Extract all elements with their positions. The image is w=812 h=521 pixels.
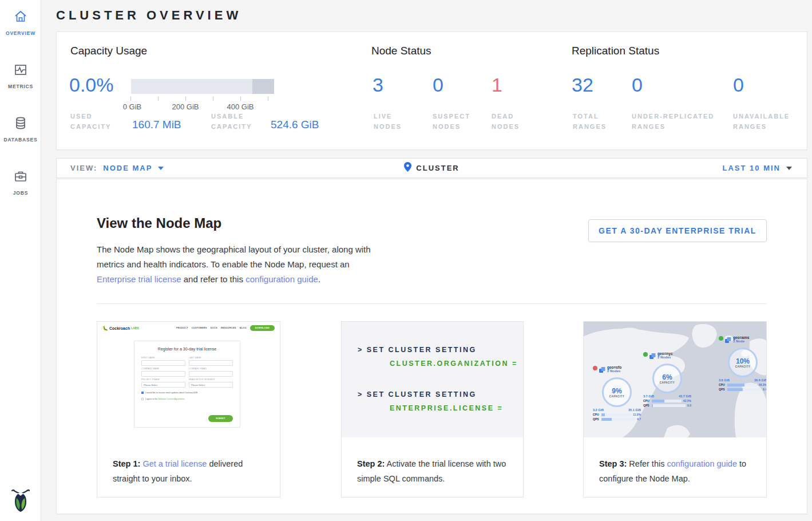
locality-geo-ams: geo=ams 1 Node 10% CAPACITY 3.6 GiB36.6 … bbox=[719, 336, 766, 391]
metrics-icon bbox=[13, 62, 28, 80]
configuration-guide-link[interactable]: configuration guide bbox=[667, 459, 737, 468]
status-dot-red bbox=[593, 366, 597, 370]
sidebar-item-jobs[interactable]: JOBS bbox=[0, 161, 41, 202]
step1-caption: Step 1: Get a trial license delivered st… bbox=[113, 456, 267, 486]
used-capacity-value: 160.7 MiB bbox=[132, 119, 181, 131]
capacity-bar-reserved-segment bbox=[252, 79, 274, 94]
cockroach-labs-mini-logo: 🐛 Cockroach LABS bbox=[102, 326, 139, 331]
axis-tick-200: 200 GiB bbox=[172, 102, 199, 111]
sidebar-item-databases[interactable]: DATABASES bbox=[0, 108, 41, 148]
sidebar-item-overview[interactable]: OVERVIEW bbox=[0, 1, 41, 42]
capacity-gauge: 9% CAPACITY bbox=[602, 377, 632, 407]
section-divider bbox=[97, 303, 767, 304]
under-replicated-ranges-value: 0 bbox=[632, 74, 643, 96]
get-enterprise-trial-button[interactable]: GET A 30-DAY ENTERPRISE TRIAL bbox=[588, 219, 767, 242]
status-dot-green bbox=[719, 336, 723, 341]
usable-capacity-label: USABLECAPACITY bbox=[211, 111, 252, 132]
step2-caption: Step 2: Activate the trial license with … bbox=[357, 456, 510, 486]
briefcase-icon bbox=[13, 169, 28, 186]
step1-card: 🐛 Cockroach LABS PRODUCT CUSTOMERS DOCS … bbox=[97, 321, 280, 498]
breadcrumb-cluster: CLUSTER bbox=[416, 164, 459, 172]
suspect-nodes-label: SUSPECTNODES bbox=[433, 111, 470, 132]
enterprise-trial-license-link[interactable]: Enterprise trial license bbox=[97, 274, 181, 284]
under-replicated-ranges-label: UNDER-REPLICATEDRANGES bbox=[632, 111, 714, 132]
step3-card: geo=sfo 2 Nodes 9% CAPACITY 3.2 GiB35.1 … bbox=[583, 321, 767, 498]
sidebar-item-label: JOBS bbox=[13, 190, 28, 196]
breadcrumb[interactable]: CLUSTER bbox=[57, 162, 807, 174]
sidebar-item-label: OVERVIEW bbox=[6, 30, 35, 36]
unavailable-ranges-label: UNAVAILABLERANGES bbox=[733, 111, 790, 132]
cluster-summary-card: Capacity Usage 0.0% 0 GiB 200 GiB 400 Gi… bbox=[56, 31, 807, 150]
cluster-overview-page: OVERVIEW METRICS DATABASES bbox=[0, 0, 812, 521]
chevron-down-icon bbox=[786, 167, 792, 170]
map-pin-icon bbox=[404, 162, 411, 174]
promo-description: The Node Map shows the geographical layo… bbox=[97, 242, 371, 287]
replication-status-title: Replication Status bbox=[572, 45, 659, 57]
mini-download-button: DOWNLOAD bbox=[250, 325, 275, 331]
capacity-used-percent: 0.0% bbox=[69, 74, 114, 96]
node-status-title: Node Status bbox=[371, 45, 431, 57]
total-ranges-value: 32 bbox=[572, 74, 593, 96]
page-title: CLUSTER OVERVIEW bbox=[56, 8, 241, 23]
view-toolbar: VIEW: NODE MAP CLUSTER LAST 10 MIN bbox=[56, 158, 807, 178]
used-capacity-label: USEDCAPACITY bbox=[70, 111, 111, 132]
node-stack-icon bbox=[649, 352, 656, 362]
trial-registration-screenshot: 🐛 Cockroach LABS PRODUCT CUSTOMERS DOCS … bbox=[97, 322, 280, 428]
node-map-preview-image: geo=sfo 2 Nodes 9% CAPACITY 3.2 GiB35.1 … bbox=[584, 322, 766, 437]
live-nodes-label: LIVENODES bbox=[374, 111, 402, 132]
sidebar-item-label: METRICS bbox=[8, 84, 33, 89]
sidebar-item-label: DATABASES bbox=[4, 137, 38, 143]
configuration-guide-link[interactable]: configuration guide bbox=[245, 274, 318, 284]
step3-caption: Step 3: Refer this configuration guide t… bbox=[599, 456, 754, 486]
promo-title: View the Node Map bbox=[97, 215, 221, 231]
mini-submit-button: SUBMIT bbox=[208, 415, 233, 422]
dead-nodes-label: DEADNODES bbox=[492, 111, 520, 132]
unavailable-ranges-value: 0 bbox=[733, 74, 744, 96]
mini-registration-form: Register for a 30-day trial license FIRS… bbox=[134, 341, 240, 428]
database-icon bbox=[13, 116, 28, 133]
node-map-panel: View the Node Map The Node Map shows the… bbox=[56, 179, 807, 514]
capacity-gauge: 6% CAPACITY bbox=[652, 364, 682, 393]
step2-card: > SET CLUSTER SETTING CLUSTER.ORGANIZATI… bbox=[341, 321, 524, 498]
sidebar: OVERVIEW METRICS DATABASES bbox=[0, 0, 41, 521]
capacity-bar-chart bbox=[131, 79, 274, 94]
dead-nodes-value: 1 bbox=[492, 74, 502, 96]
live-nodes-value: 3 bbox=[373, 74, 383, 96]
time-range-dropdown[interactable]: LAST 10 MIN bbox=[723, 164, 792, 172]
node-stack-icon bbox=[725, 336, 731, 346]
capacity-gauge: 10% CAPACITY bbox=[728, 348, 758, 377]
axis-tick-0: 0 GiB bbox=[123, 102, 142, 111]
home-icon bbox=[13, 9, 28, 26]
usable-capacity-value: 524.6 GiB bbox=[271, 119, 319, 131]
capacity-usage-title: Capacity Usage bbox=[70, 45, 147, 57]
suspect-nodes-value: 0 bbox=[433, 74, 443, 96]
sql-code-block: > SET CLUSTER SETTING CLUSTER.ORGANIZATI… bbox=[342, 322, 523, 437]
cockroachdb-logo bbox=[0, 487, 41, 513]
total-ranges-label: TOTALRANGES bbox=[573, 111, 607, 132]
sidebar-item-metrics[interactable]: METRICS bbox=[0, 54, 41, 95]
time-range-value: LAST 10 MIN bbox=[723, 164, 781, 172]
status-dot-green bbox=[643, 352, 648, 357]
locality-geo-nyc: geo=nyc 2 Nodes 6% CAPACITY 3.7 GiB43.7 … bbox=[643, 352, 691, 407]
locality-geo-sfo: geo=sfo 2 Nodes 9% CAPACITY 3.2 GiB35.1 … bbox=[593, 365, 641, 421]
axis-tick-400: 400 GiB bbox=[227, 102, 254, 111]
get-trial-license-link[interactable]: Get a trial license bbox=[142, 459, 207, 468]
node-stack-icon bbox=[599, 365, 605, 376]
